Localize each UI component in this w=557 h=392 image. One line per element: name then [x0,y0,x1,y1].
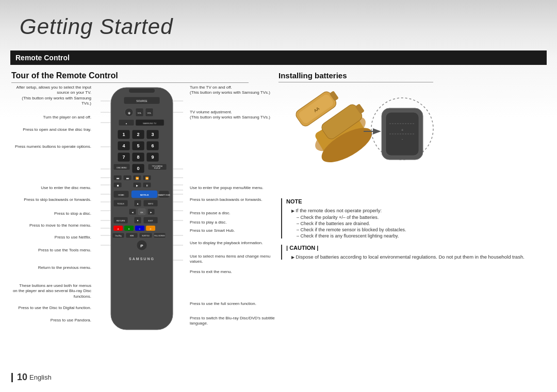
svg-text:INFO: INFO [148,202,153,205]
svg-text:8: 8 [137,155,139,160]
svg-text:4: 4 [122,143,125,148]
svg-text:FULL SCREEN: FULL SCREEN [154,235,165,237]
ann-left-11: Return to the previous menu. [11,265,91,270]
svg-text:⏸: ⏸ [146,184,149,187]
ann-left-6: Press to skip backwards or forwards. [11,197,91,202]
svg-text:D: D [150,228,152,230]
svg-text:⏮: ⏮ [117,177,119,180]
svg-text:⏩: ⏩ [145,177,149,180]
svg-text:SUBTITLE: SUBTITLE [142,235,149,237]
section-header-text: Remote Control [15,54,70,62]
ann-left-13: Press to use the Disc to Digital functio… [11,305,91,311]
svg-text:SOURCE: SOURCE [136,99,148,103]
ann-left-12: These buttons are used both for menuson … [11,283,91,299]
note-section: NOTE If the remote does not operate prop… [281,198,539,260]
svg-text:1: 1 [122,132,125,137]
svg-text:SMART HUB: SMART HUB [158,194,170,196]
subsection-title: Tour of the Remote Control [11,71,249,83]
svg-text:⏪: ⏪ [136,177,139,180]
svg-text:0: 0 [137,166,139,171]
svg-text:2: 2 [137,132,139,137]
ann-left-4: Press numeric buttons to operate options… [11,144,91,149]
ann-left-2: Turn the player on and off. [11,115,91,120]
svg-text:⏭: ⏭ [126,177,129,180]
ann-right-5: Press to pause a disc. [190,211,275,216]
svg-rect-1 [129,89,155,93]
svg-text:A: A [118,228,119,230]
svg-text:5: 5 [137,143,139,148]
remote-control-diagram: SOURCE ⏻ VOL VOL ▲ SAMSUNG TV 1 2 3 4 5 … [101,82,183,330]
caution-item-1: Dispose of batteries according to local … [286,254,539,260]
ann-right-7: Press to use Smart Hub. [190,228,275,233]
svg-text:HDMI: HDMI [130,235,134,237]
svg-text:►: ► [150,211,153,214]
installing-batteries-title: Installing batteries [278,71,433,82]
note-subitem-3: Check if the remote sensor is blocked by… [286,227,539,232]
svg-text:+: + [401,128,404,132]
note-title: NOTE [286,198,539,204]
svg-text:HOME: HOME [118,194,124,196]
note-item-1: If the remote does not operate properly: [286,208,539,213]
ann-right-4: Press to search backwards or forwards. [190,197,275,202]
caution-title: | CAUTION | [286,245,539,251]
ann-left-3: Press to open and close the disc tray. [11,127,91,132]
svg-text:⏻: ⏻ [128,111,130,114]
svg-text:RETURN: RETURN [117,219,125,222]
svg-text:VOL: VOL [147,112,152,114]
ann-right-12: Press to switch the Blu-ray Disc/DVD's s… [190,316,275,327]
page-language: English [29,373,52,381]
svg-text:DISC MENU: DISC MENU [117,167,127,169]
svg-text:VOL: VOL [137,112,142,114]
page-num-value: 10 [17,372,27,383]
svg-text:-: - [402,137,403,141]
svg-text:C: C [139,228,141,230]
svg-text:B: B [128,228,130,230]
svg-text:OK: OK [140,211,143,214]
ann-right-8: Use to display the playback information. [190,241,275,246]
battery-illustration: AA + - [278,82,454,185]
page-number-section: 10 English [11,372,52,383]
note-box: NOTE If the remote does not operate prop… [281,198,539,238]
ann-right-1: Turn the TV on and off.(This button only… [190,85,275,96]
svg-text:POPUP: POPUP [154,167,161,169]
svg-text:⏹: ⏹ [117,184,119,187]
svg-text:▲: ▲ [125,122,127,125]
note-subitem-1: Check the polarity +/– of the batteries. [286,215,539,220]
page-title: Getting Started [20,14,173,39]
page-num-bar [11,373,13,382]
ann-left-9: Press to use Netflix. [11,235,91,240]
svg-text:SAMSUNG: SAMSUNG [129,257,155,261]
svg-text:6: 6 [151,143,154,148]
svg-text:Disc2Dig: Disc2Dig [115,235,121,237]
svg-text:P: P [140,244,143,248]
ann-right-6: Press to play a disc. [190,220,275,225]
svg-text:7: 7 [122,155,125,160]
svg-text:◄: ◄ [132,211,134,214]
note-subitem-4: Check if there is any fluorescent lighti… [286,233,539,238]
svg-text:▶: ▶ [136,184,138,187]
svg-text:NETFLIX: NETFLIX [140,194,149,196]
ann-right-3: Use to enter the popup menu/title menu. [190,185,275,191]
ann-right-11: Press to use the full screen function. [190,301,275,306]
ann-right-10: Press to exit the menu. [190,269,275,275]
svg-text:3: 3 [151,132,154,137]
caution-box: | CAUTION | Dispose of batteries accordi… [281,245,539,260]
ann-left-1: After setup, allows you to select the in… [11,85,91,107]
svg-text:EXIT: EXIT [149,219,153,222]
ann-right-9: Use to select menu items and change menu… [190,254,275,265]
ann-left-7: Press to stop a disc. [11,211,91,216]
ann-left-14: Press to use Pandora. [11,318,91,323]
svg-text:SAMSUNG TV: SAMSUNG TV [143,122,157,125]
ann-left-10: Press to use the Tools menu. [11,248,91,253]
svg-text:▲: ▲ [137,202,139,205]
svg-text:▼: ▼ [137,219,139,222]
svg-text:9: 9 [151,155,154,160]
note-subitem-2: Check if the batteries are drained. [286,221,539,226]
svg-text:TOOLS: TOOLS [117,202,124,205]
ann-left-5: Use to enter the disc menu. [11,185,91,191]
ann-right-2: TV volume adjustment.(This button only w… [190,110,275,121]
ann-left-8: Press to move to the home menu. [11,223,91,228]
section-header: Remote Control [10,50,547,65]
